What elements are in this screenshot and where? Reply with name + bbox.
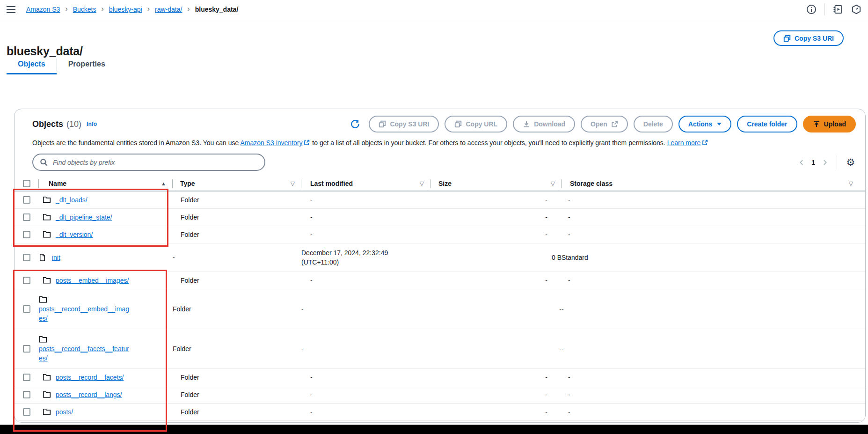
object-storage-class: - [562,289,865,329]
table-row: posts__record__facets/ Folder - - - [15,369,865,386]
upload-button[interactable]: Upload [803,116,856,132]
tab-properties[interactable]: Properties [57,56,117,74]
tab-bar: Objects Properties [7,56,117,74]
object-name-link[interactable]: init [52,254,60,261]
object-name-link[interactable]: posts__record__langs/ [56,391,122,398]
column-header-size[interactable]: Size ▽ [430,177,562,191]
row-checkbox[interactable] [23,408,30,416]
copy-url-button[interactable]: Copy URL [445,116,507,132]
sort-ascending-icon: ▲ [161,181,166,186]
object-storage-class: - [562,226,865,243]
sort-caret-icon: ▽ [849,180,853,187]
copy-icon [454,120,462,128]
table-row: _dlt_pipeline_state/ Folder - - - [15,209,865,226]
column-header-name[interactable]: Name ▲ [39,177,173,191]
breadcrumb-bucket[interactable]: bluesky-api [109,6,142,13]
search-icon [40,158,48,166]
object-name-link[interactable]: posts/ [56,408,73,416]
table-row: posts__record__facets__features/ Folder … [15,329,865,369]
breadcrumb-buckets[interactable]: Buckets [73,6,96,13]
copy-s3-uri-button[interactable]: Copy S3 URI [369,116,439,132]
row-checkbox[interactable] [23,213,30,221]
bottom-black-bar [0,425,868,434]
search-input[interactable] [52,158,258,167]
s3-inventory-link[interactable]: Amazon S3 inventory [240,139,302,147]
object-size: - [430,191,562,208]
info-icon[interactable] [806,4,817,15]
learn-more-link[interactable]: Learn more [667,139,701,147]
column-header-last-modified[interactable]: Last modified ▽ [301,177,430,191]
panel-description: Objects are the fundamental entities sto… [15,132,865,147]
breadcrumb-amazon-s3[interactable]: Amazon S3 [26,6,60,13]
row-checkbox[interactable] [23,374,30,381]
breadcrumb-separator: › [147,5,150,14]
object-name-link[interactable]: posts__record__facets__features/ [39,345,129,362]
object-name-link[interactable]: _dlt_loads/ [56,196,88,204]
object-size: 0 B [430,243,562,272]
object-storage-class: Standard [562,243,865,272]
folder-icon [43,213,51,221]
object-size: - [430,369,562,386]
object-last-modified: - [301,304,304,314]
objects-toolbar: Copy S3 URI Copy URL Download [347,116,856,132]
row-checkbox[interactable] [23,345,30,353]
object-name-link[interactable]: posts__embed__images/ [56,277,129,284]
current-page-number[interactable]: 1 [811,159,815,166]
row-checkbox[interactable] [23,196,30,204]
object-last-modified: - [310,373,313,382]
tab-objects[interactable]: Objects [7,56,57,74]
header-copy-s3-uri-button[interactable]: Copy S3 URI [773,30,844,46]
object-last-modified: - [310,276,313,285]
object-type: - [173,243,301,272]
object-name-link[interactable]: _dlt_version/ [56,231,93,238]
breadcrumb-separator: › [102,5,104,14]
info-link[interactable]: Info [87,121,97,127]
sort-caret-icon: ▽ [551,180,555,187]
folder-icon [39,336,47,343]
folder-icon [39,296,47,303]
object-name-link[interactable]: posts__record__embed__images/ [39,305,129,322]
row-checkbox[interactable] [23,305,30,313]
object-last-modified: - [310,213,313,222]
download-button[interactable]: Download [513,116,575,132]
gear-icon[interactable]: ⚙ [843,155,859,170]
select-all-checkbox[interactable] [23,180,30,187]
notifications-journal-icon[interactable] [833,4,843,15]
object-type: Folder [173,329,301,368]
object-name-link[interactable]: _dlt_pipeline_state/ [56,213,112,221]
row-checkbox[interactable] [23,391,30,398]
object-type: Folder [173,272,301,289]
table-header: Name ▲ Type ▽ Last modified ▽ Size ▽ Sto… [15,177,865,191]
object-size: - [430,226,562,243]
settings-hexagon-icon[interactable] [851,4,861,15]
row-checkbox[interactable] [23,254,30,261]
refresh-button[interactable] [347,116,363,132]
row-checkbox[interactable] [23,277,30,284]
open-button[interactable]: Open [581,116,628,132]
breadcrumb-prefix[interactable]: raw-data/ [155,6,182,13]
object-type: Folder [173,209,301,226]
delete-button[interactable]: Delete [634,116,673,132]
actions-button[interactable]: Actions [678,116,731,132]
column-header-storage-class[interactable]: Storage class ▽ [562,177,865,191]
column-header-type[interactable]: Type ▽ [173,177,301,191]
object-type: Folder [173,289,301,329]
object-size: - [430,386,562,403]
caret-down-icon [717,123,722,125]
object-storage-class: - [562,272,865,289]
next-page-button[interactable] [819,156,831,169]
table-row: posts__embed__images/ Folder - - - [15,272,865,289]
object-type: Folder [173,191,301,208]
breadcrumb-separator: › [65,5,67,14]
external-link-icon [304,140,310,146]
row-checkbox[interactable] [23,231,30,238]
hamburger-menu-icon[interactable] [7,6,15,13]
create-folder-button[interactable]: Create folder [737,116,797,132]
object-name-link[interactable]: posts__record__facets/ [56,374,124,381]
breadcrumb-current: bluesky_data/ [195,6,239,13]
previous-page-button[interactable] [795,156,808,169]
top-navigation-bar: Amazon S3 › Buckets › bluesky-api › raw-… [0,0,868,19]
folder-icon [43,196,51,203]
folder-icon [43,374,51,381]
pagination: 1 ⚙ [795,155,859,170]
